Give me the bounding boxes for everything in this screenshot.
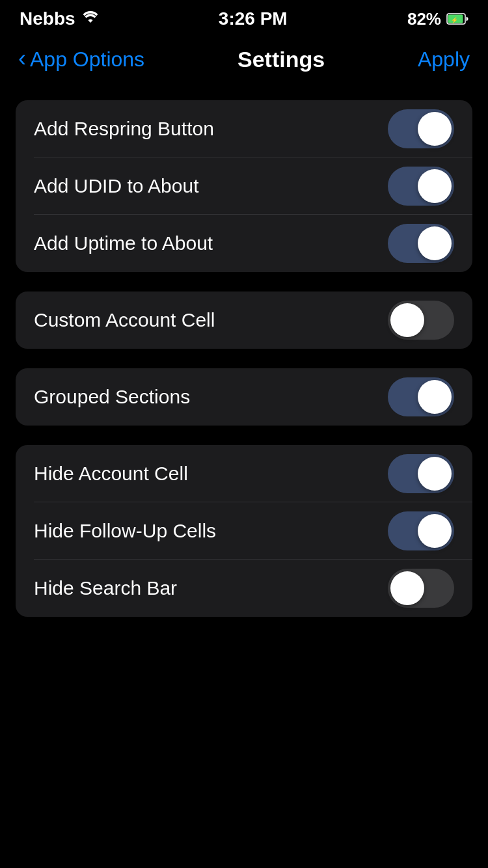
toggle-custom-account-cell[interactable] [388,301,454,340]
settings-row-hide-search-bar: Hide Search Bar [16,560,472,617]
toggle-grouped-sections[interactable] [388,377,454,416]
settings-group-group2: Custom Account Cell [16,292,472,349]
page-title: Settings [237,47,325,72]
settings-group-group1: Add Respring ButtonAdd UDID to AboutAdd … [16,100,472,272]
toggle-thumb-add-uptime-to-about [418,226,452,260]
toggle-thumb-hide-account-cell [418,457,452,491]
settings-row-custom-account-cell: Custom Account Cell [16,292,472,349]
toggle-thumb-hide-search-bar [390,571,424,605]
status-left: Nebbs [20,8,99,29]
settings-content: Add Respring ButtonAdd UDID to AboutAdd … [0,87,488,630]
label-hide-account-cell: Hide Account Cell [34,463,188,485]
label-custom-account-cell: Custom Account Cell [34,309,215,331]
settings-row-grouped-sections: Grouped Sections [16,368,472,426]
toggle-thumb-custom-account-cell [390,303,424,337]
battery-percentage: 82% [407,9,441,29]
settings-row-add-uptime-to-about: Add Uptime to About [16,215,472,272]
toggle-add-udid-to-about[interactable] [388,167,454,206]
settings-row-add-respring-button: Add Respring Button [16,100,472,157]
apply-button[interactable]: Apply [418,47,470,72]
status-bar: Nebbs 3:26 PM 82% ⚡ [0,0,488,35]
nav-bar: ‹ App Options Settings Apply [0,35,488,87]
carrier-label: Nebbs [20,8,75,29]
settings-group-group4: Hide Account CellHide Follow-Up CellsHid… [16,445,472,617]
status-right: 82% ⚡ [407,9,468,29]
label-hide-follow-up-cells: Hide Follow-Up Cells [34,520,216,542]
wifi-icon [82,10,99,27]
toggle-add-respring-button[interactable] [388,109,454,148]
time-label: 3:26 PM [219,8,288,29]
back-label: App Options [30,47,144,72]
back-chevron-icon: ‹ [18,47,26,70]
toggle-hide-search-bar[interactable] [388,569,454,608]
settings-row-add-udid-to-about: Add UDID to About [16,157,472,215]
toggle-thumb-hide-follow-up-cells [418,514,452,548]
settings-group-group3: Grouped Sections [16,368,472,426]
back-button[interactable]: ‹ App Options [18,47,144,72]
svg-text:⚡: ⚡ [451,16,459,24]
label-add-respring-button: Add Respring Button [34,118,214,140]
toggle-thumb-grouped-sections [418,380,452,414]
settings-row-hide-follow-up-cells: Hide Follow-Up Cells [16,502,472,560]
toggle-thumb-add-udid-to-about [418,169,452,203]
settings-row-hide-account-cell: Hide Account Cell [16,445,472,502]
toggle-hide-account-cell[interactable] [388,454,454,493]
label-grouped-sections: Grouped Sections [34,386,190,408]
toggle-add-uptime-to-about[interactable] [388,224,454,263]
label-add-udid-to-about: Add UDID to About [34,175,198,197]
toggle-thumb-add-respring-button [418,112,452,146]
toggle-hide-follow-up-cells[interactable] [388,511,454,550]
label-hide-search-bar: Hide Search Bar [34,577,177,599]
battery-icon: ⚡ [446,13,468,25]
label-add-uptime-to-about: Add Uptime to About [34,232,213,254]
